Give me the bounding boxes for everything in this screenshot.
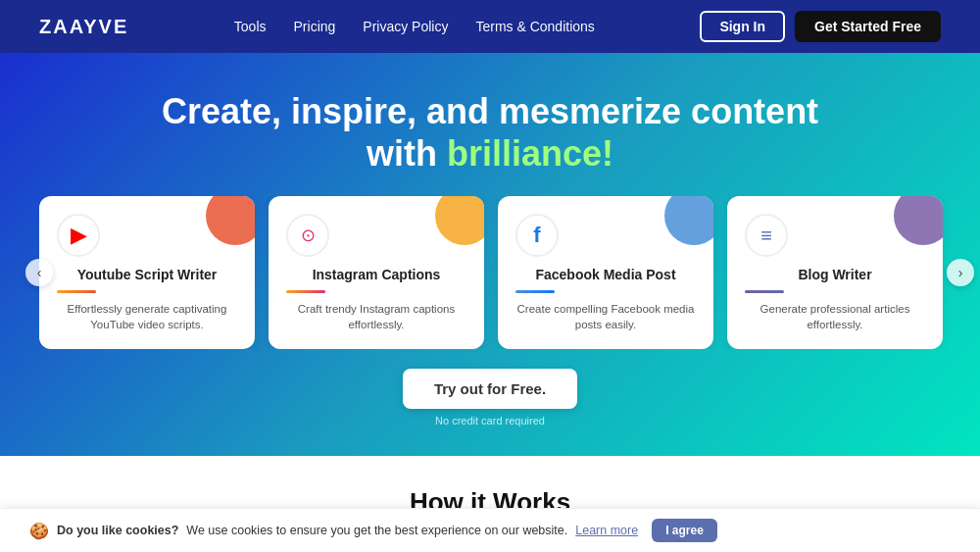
signin-button[interactable]: Sign In (700, 11, 785, 42)
card-desc-facebook: Create compelling Facebook media posts e… (515, 301, 696, 332)
card-desc-instagram: Craft trendy Instagram captions effortle… (286, 301, 466, 332)
card-underline (57, 290, 96, 293)
card-blog-writer[interactable]: ≡ Blog Writer Generate professional arti… (727, 196, 943, 348)
card-decoration-purple (894, 196, 943, 245)
card-underline-ig (286, 290, 325, 293)
card-desc-youtube: Effortlessly generate captivating YouTub… (57, 301, 237, 332)
hero-headline-part1: Create, inspire, and mesmerize content (162, 91, 818, 131)
card-instagram-captions[interactable]: ⊙ Instagram Captions Craft trendy Instag… (269, 196, 484, 348)
nav-pricing[interactable]: Pricing (294, 19, 336, 34)
cookie-bold-text: Do you like cookies? (57, 524, 178, 537)
getstarted-button[interactable]: Get Started Free (795, 11, 941, 42)
try-section: Try out for Free. No credit card require… (39, 369, 941, 427)
card-facebook-media-post[interactable]: f Facebook Media Post Create compelling … (498, 196, 713, 348)
carousel-prev-button[interactable]: ‹ (25, 259, 53, 286)
card-title-instagram: Instagram Captions (286, 267, 466, 282)
hero-section: Create, inspire, and mesmerize content w… (0, 53, 980, 456)
blog-icon: ≡ (745, 214, 788, 257)
navbar: ZAAYVE Tools Pricing Privacy Policy Term… (0, 0, 980, 53)
cookie-emoji: 🍪 (29, 522, 49, 540)
card-desc-blog: Generate professional articles effortles… (745, 301, 925, 332)
cookie-learn-more[interactable]: Learn more (575, 524, 638, 537)
card-decoration-orange (435, 196, 484, 245)
cards-row: ▶ Youtube Script Writer Effortlessly gen… (39, 196, 960, 348)
nav-tools[interactable]: Tools (234, 19, 267, 34)
facebook-icon: f (515, 214, 559, 257)
logo: ZAAYVE (39, 16, 128, 38)
card-decoration-blue (664, 196, 713, 245)
card-youtube-script-writer[interactable]: ▶ Youtube Script Writer Effortlessly gen… (39, 196, 255, 348)
youtube-icon: ▶ (57, 214, 100, 257)
nav-actions: Sign In Get Started Free (700, 11, 941, 42)
hero-headline: Create, inspire, and mesmerize content w… (39, 90, 941, 175)
nav-terms[interactable]: Terms & Conditions (475, 19, 594, 34)
card-title-youtube: Youtube Script Writer (57, 267, 237, 282)
hero-highlight: brilliance! (447, 133, 613, 174)
no-credit-text: No credit card required (39, 415, 941, 427)
instagram-icon: ⊙ (286, 214, 329, 257)
try-free-button[interactable]: Try out for Free. (403, 369, 577, 409)
cookie-banner: 🍪 Do you like cookies? We use cookies to… (0, 508, 980, 552)
card-title-facebook: Facebook Media Post (515, 267, 696, 282)
cookie-message: We use cookies to ensure you get the bes… (186, 524, 567, 537)
carousel-next-button[interactable]: › (947, 259, 974, 286)
card-title-blog: Blog Writer (745, 267, 925, 282)
hero-with: with (367, 133, 447, 174)
card-decoration-red (206, 196, 255, 245)
card-underline-blog (745, 290, 784, 293)
nav-privacy[interactable]: Privacy Policy (363, 19, 448, 34)
cookie-agree-button[interactable]: I agree (652, 519, 717, 542)
cards-wrapper: ‹ ▶ Youtube Script Writer Effortlessly g… (39, 196, 960, 348)
nav-links: Tools Pricing Privacy Policy Terms & Con… (234, 19, 595, 34)
card-underline-fb (515, 290, 555, 293)
